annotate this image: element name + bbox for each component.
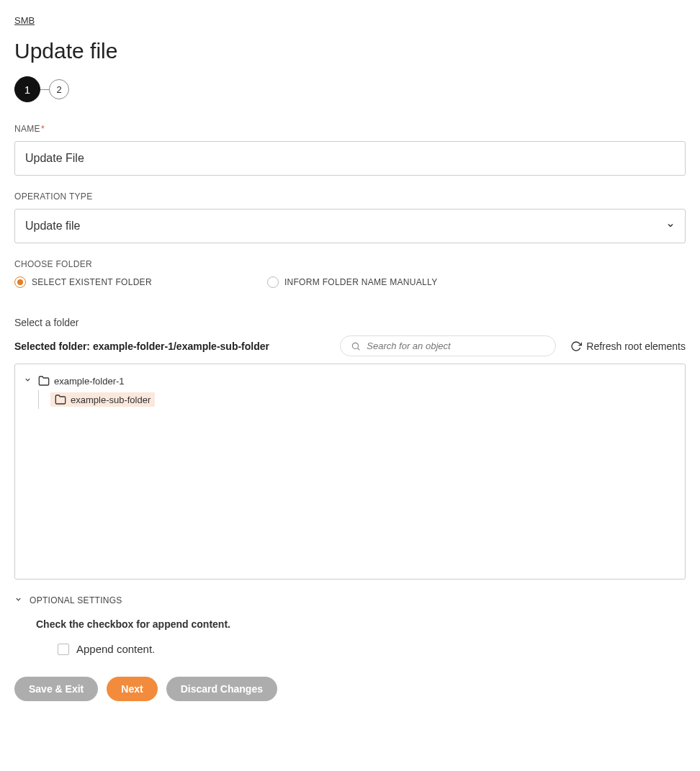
tree-root-row[interactable]: example-folder-1: [24, 373, 676, 389]
search-icon: [351, 341, 361, 351]
folder-icon: [38, 375, 50, 387]
folder-icon: [55, 394, 66, 405]
radio-outer-selected: [14, 276, 26, 288]
required-asterisk: *: [41, 124, 45, 134]
radio-manual[interactable]: INFORM FOLDER NAME MANUALLY: [267, 276, 438, 288]
page-title: Update file: [14, 39, 686, 63]
operation-type-label: OPERATION TYPE: [14, 191, 686, 202]
refresh-root-link[interactable]: Refresh root elements: [570, 341, 686, 352]
save-exit-button[interactable]: Save & Exit: [14, 677, 98, 701]
operation-type-select[interactable]: Update file: [14, 209, 686, 243]
tree-child-label: example-sub-folder: [71, 394, 151, 405]
search-input[interactable]: [367, 341, 545, 351]
chevron-down-icon: [666, 221, 675, 232]
select-folder-subheader: Select a folder: [14, 317, 686, 328]
selected-folder-text: Selected folder: example-folder-1/exampl…: [14, 341, 269, 352]
search-pill[interactable]: [340, 335, 556, 356]
optional-description: Check the checkbox for append content.: [36, 618, 686, 630]
chevron-down-icon: [14, 595, 22, 605]
optional-settings-label: OPTIONAL SETTINGS: [30, 595, 122, 605]
choose-folder-field: CHOOSE FOLDER SELECT EXISTENT FOLDER INF…: [14, 259, 686, 288]
radio-existing-label: SELECT EXISTENT FOLDER: [32, 277, 152, 287]
tree-child-row[interactable]: example-sub-folder: [50, 390, 676, 409]
tree-root-label: example-folder-1: [54, 376, 125, 387]
append-content-checkbox[interactable]: Append content.: [36, 643, 686, 655]
refresh-label: Refresh root elements: [586, 341, 686, 352]
operation-type-field: OPERATION TYPE Update file: [14, 191, 686, 243]
optional-body: Check the checkbox for append content. A…: [14, 618, 686, 655]
stepper: 1 2: [14, 76, 686, 102]
folder-tree[interactable]: example-folder-1 example-sub-folder: [14, 364, 686, 580]
next-button[interactable]: Next: [107, 677, 157, 701]
step-2[interactable]: 2: [49, 79, 69, 99]
svg-point-0: [353, 343, 359, 348]
radio-outer-unselected: [267, 276, 279, 288]
append-content-label: Append content.: [76, 643, 155, 655]
svg-line-1: [358, 348, 360, 350]
discard-button[interactable]: Discard Changes: [166, 677, 277, 701]
name-input[interactable]: [14, 141, 686, 176]
checkbox-box: [58, 644, 69, 655]
step-1[interactable]: 1: [14, 76, 40, 102]
chevron-down-icon[interactable]: [24, 376, 34, 386]
choose-folder-label: CHOOSE FOLDER: [14, 259, 686, 269]
radio-manual-label: INFORM FOLDER NAME MANUALLY: [284, 277, 438, 287]
step-connector: [40, 89, 49, 90]
refresh-icon: [570, 341, 582, 352]
optional-settings-toggle[interactable]: OPTIONAL SETTINGS: [14, 595, 686, 605]
operation-type-value: Update file: [25, 220, 81, 233]
breadcrumb[interactable]: SMB: [14, 15, 35, 26]
button-row: Save & Exit Next Discard Changes: [14, 677, 686, 701]
radio-select-existing[interactable]: SELECT EXISTENT FOLDER: [14, 276, 152, 288]
name-field: NAME*: [14, 124, 686, 176]
name-label: NAME*: [14, 124, 686, 134]
